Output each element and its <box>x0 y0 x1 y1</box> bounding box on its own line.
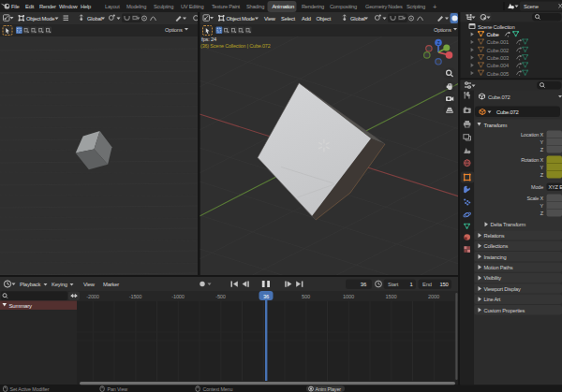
svg-text:Cube.005: Cube.005 <box>487 71 510 77</box>
svg-text:Summary: Summary <box>9 303 32 309</box>
svg-text:Y: Y <box>540 139 544 145</box>
svg-text:Cube.001: Cube.001 <box>487 39 510 45</box>
svg-text:-2000: -2000 <box>86 294 99 299</box>
svg-text:-1000: -1000 <box>171 294 185 299</box>
svg-text:UV Editing: UV Editing <box>181 4 203 9</box>
svg-text:Help: Help <box>81 4 91 9</box>
svg-text:fps: 24: fps: 24 <box>201 36 217 42</box>
svg-text:Select: Select <box>281 16 296 22</box>
svg-text:Y: Y <box>540 165 544 170</box>
svg-text:Viewport Display: Viewport Display <box>484 286 521 292</box>
svg-text:Cube.072: Cube.072 <box>496 109 519 115</box>
svg-text:View: View <box>83 282 96 287</box>
svg-text:Instancing: Instancing <box>484 254 507 260</box>
svg-text:Edit: Edit <box>25 4 35 9</box>
svg-text:-1500: -1500 <box>129 294 142 299</box>
svg-text:Location X: Location X <box>521 132 544 138</box>
svg-text:Render: Render <box>39 4 56 9</box>
svg-text:Object Mode: Object Mode <box>26 16 54 22</box>
svg-text:Animation: Animation <box>273 4 295 9</box>
svg-text:Window: Window <box>59 4 78 9</box>
svg-text:Cube.004: Cube.004 <box>487 63 510 68</box>
svg-text:Y: Y <box>540 203 544 209</box>
svg-text:Global: Global <box>350 16 365 22</box>
svg-text:1000: 1000 <box>343 294 354 299</box>
svg-text:Anim Player: Anim Player <box>316 386 342 392</box>
svg-text:-500: -500 <box>215 294 226 299</box>
svg-text:Scripting: Scripting <box>407 4 425 9</box>
svg-text:Cube.002: Cube.002 <box>487 48 510 53</box>
svg-text:Mode: Mode <box>531 184 543 190</box>
svg-text:Transform: Transform <box>484 123 508 128</box>
svg-text:Texture Paint: Texture Paint <box>212 4 241 9</box>
svg-text:Set Active Modifier: Set Active Modifier <box>10 386 50 392</box>
svg-text:Layout: Layout <box>105 4 120 9</box>
svg-text:Options: Options <box>434 27 451 33</box>
svg-text:Compositing: Compositing <box>330 4 357 9</box>
svg-text:View: View <box>264 16 276 22</box>
svg-text:Scene Collection: Scene Collection <box>478 24 515 30</box>
svg-text:Line Art: Line Art <box>484 297 501 302</box>
svg-text:Pan View: Pan View <box>108 386 128 392</box>
svg-text:Cube: Cube <box>487 32 499 37</box>
svg-text:Delta Transform: Delta Transform <box>491 222 526 227</box>
svg-text:500: 500 <box>302 294 310 299</box>
svg-text:36: 36 <box>263 294 270 299</box>
svg-text:Scale X: Scale X <box>526 196 543 201</box>
svg-text:150: 150 <box>439 282 448 287</box>
svg-text:Geometry Nodes: Geometry Nodes <box>365 4 403 9</box>
svg-text:Sculpting: Sculpting <box>154 4 173 9</box>
svg-text:File: File <box>11 4 20 9</box>
svg-text:Visibility: Visibility <box>484 275 502 281</box>
svg-text:Modeling: Modeling <box>126 4 146 9</box>
svg-text:Motion Paths: Motion Paths <box>484 265 513 270</box>
svg-text:Cube.003: Cube.003 <box>487 55 510 61</box>
svg-text:Add: Add <box>302 16 311 22</box>
svg-text:Object: Object <box>317 16 332 22</box>
svg-text:Keying: Keying <box>52 282 67 287</box>
svg-text:XYZ E: XYZ E <box>549 184 562 190</box>
svg-text:36: 36 <box>361 282 367 287</box>
svg-text:Scene: Scene <box>524 4 540 9</box>
svg-text:End: End <box>422 282 432 287</box>
svg-text:Playback: Playback <box>20 282 41 287</box>
svg-text:Context Menu: Context Menu <box>203 386 233 392</box>
svg-text:1: 1 <box>409 282 412 287</box>
svg-text:Collections: Collections <box>484 243 509 249</box>
svg-text:Marker: Marker <box>103 282 119 287</box>
svg-text:1500: 1500 <box>386 294 397 299</box>
svg-text:2000: 2000 <box>428 294 439 299</box>
svg-text:Relations: Relations <box>484 233 505 239</box>
svg-text:Cube.072: Cube.072 <box>488 94 510 100</box>
svg-text:Start: Start <box>388 282 399 287</box>
svg-text:Rotation X: Rotation X <box>521 157 543 163</box>
svg-text:Custom Properties: Custom Properties <box>484 308 525 313</box>
svg-text:Z: Z <box>437 41 440 46</box>
svg-text:Rendering: Rendering <box>302 4 324 9</box>
svg-text:Shading: Shading <box>246 4 264 9</box>
svg-text:(36) Scene Collection | Cube.0: (36) Scene Collection | Cube.072 <box>200 43 271 49</box>
svg-text:Object Mode: Object Mode <box>227 16 255 22</box>
svg-text:Global: Global <box>87 16 102 22</box>
svg-text:Options: Options <box>165 27 183 33</box>
